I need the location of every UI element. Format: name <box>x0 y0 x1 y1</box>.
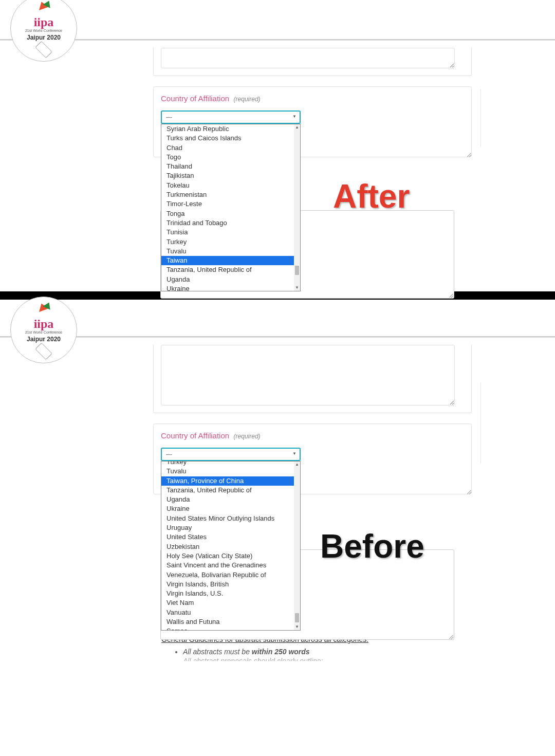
dropdown-scrollbar[interactable]: ▲ ▼ <box>294 462 300 630</box>
header-bar <box>0 0 555 40</box>
textarea-top-before[interactable] <box>161 345 455 405</box>
dropdown-option[interactable]: Tokelau <box>161 181 300 190</box>
dropdown-options-after: Syrian Arab RepublicTurks and Caicos Isl… <box>161 124 300 291</box>
panel-before: iipa 21st World Conference Jaipur 2020 B… <box>0 300 555 662</box>
textarea-top[interactable] <box>161 48 455 68</box>
content-after: Country of Affiliation (required) --- Sy… <box>153 48 472 157</box>
scroll-thumb[interactable] <box>295 266 299 275</box>
country-select[interactable]: --- <box>161 448 301 461</box>
country-select-wrap-before: --- TurkeyTuvaluTaiwan, Province of Chin… <box>161 448 301 461</box>
dropdown-option[interactable]: Ukraine <box>161 284 300 291</box>
content-before: Country of Affiliation (required) --- Tu… <box>153 345 472 494</box>
dropdown-option[interactable]: Tunisia <box>161 228 300 237</box>
dropdown-option[interactable]: Wallis and Futuna <box>161 617 300 626</box>
country-required: (required) <box>234 433 261 440</box>
dropdown-option[interactable]: Saint Vincent and the Grenadines <box>161 561 300 570</box>
overlay-after-label: After <box>333 177 410 215</box>
country-label-block: Country of Affiliation (required) <box>154 87 471 103</box>
dropdown-option[interactable]: Vanuatu <box>161 608 300 617</box>
dropdown-option[interactable]: Virgin Islands, U.S. <box>161 589 300 598</box>
logo-sub2: Conference <box>44 330 62 334</box>
logo-sub2: Conference <box>44 29 62 32</box>
country-required: (required) <box>234 96 261 103</box>
header-shadow <box>0 40 555 41</box>
logo-badge: iipa 21st World Conference Jaipur 2020 <box>10 297 77 363</box>
dropdown-option[interactable]: United States Minor Outlying Islands <box>161 514 300 523</box>
guideline-1-bold: within 250 words <box>252 648 310 656</box>
logo-brand: iipa <box>34 319 54 330</box>
country-dropdown-after[interactable]: Syrian Arab RepublicTurks and Caicos Isl… <box>161 124 301 291</box>
logo-sub1: 21st World <box>25 29 42 32</box>
dropdown-option[interactable]: United States <box>161 532 300 542</box>
country-label: Country of Affiliation <box>161 431 229 440</box>
dropdown-option[interactable]: Viet Nam <box>161 598 300 607</box>
logo-city: Jaipur 2020 <box>27 34 61 41</box>
header-bar <box>0 300 555 337</box>
panel-after: iipa 21st World Conference Jaipur 2020 A… <box>0 0 555 291</box>
dropdown-option[interactable]: Taiwan <box>161 256 300 265</box>
scroll-down-icon[interactable]: ▼ <box>294 624 300 630</box>
dropdown-option[interactable]: Virgin Islands, British <box>161 580 300 589</box>
dropdown-option[interactable]: Uzbekistan <box>161 542 300 551</box>
dropdown-option[interactable]: Taiwan, Province of China <box>161 476 300 486</box>
dropdown-option[interactable]: Turks and Caicos Islands <box>161 134 300 143</box>
dropdown-option[interactable]: Timor-Leste <box>161 199 300 209</box>
dropdown-option[interactable]: Turkmenistan <box>161 190 300 199</box>
guideline-2: All abstract proposals should clearly ou… <box>183 657 323 661</box>
dropdown-option[interactable]: Ukraine <box>161 504 300 513</box>
dropdown-option[interactable]: Turkey <box>161 237 300 247</box>
dropdown-option[interactable]: Holy See (Vatican City State) <box>161 551 300 561</box>
dropdown-option[interactable]: Togo <box>161 153 300 162</box>
dropdown-scrollbar[interactable]: ▲ ▼ <box>294 124 300 291</box>
scroll-up-icon[interactable]: ▲ <box>294 462 300 468</box>
kite-icon <box>33 1 54 16</box>
header-shadow <box>0 337 555 338</box>
country-card-after: Country of Affiliation (required) --- Sy… <box>153 86 472 157</box>
dropdown-option[interactable]: Uruguay <box>161 523 300 532</box>
country-card-before: Country of Affiliation (required) --- Tu… <box>153 423 472 494</box>
dropdown-option[interactable]: Tuvalu <box>161 247 300 256</box>
dropdown-option[interactable]: Chad <box>161 143 300 153</box>
dropdown-option[interactable]: Tanzania, United Republic of <box>161 265 300 274</box>
dropdown-option[interactable]: Syrian Arab Republic <box>161 124 300 134</box>
textarea-card-top-before <box>153 345 472 413</box>
diamond-icon <box>35 343 52 360</box>
resize-handle-icon[interactable] <box>448 292 453 298</box>
scroll-up-icon[interactable]: ▲ <box>294 124 300 131</box>
country-select[interactable]: --- <box>161 110 301 124</box>
scroll-down-icon[interactable]: ▼ <box>294 285 300 291</box>
resize-handle-icon[interactable] <box>448 634 453 639</box>
dropdown-option[interactable]: Trinidad and Tobago <box>161 218 300 228</box>
dropdown-option[interactable]: Tanzania, United Republic of <box>161 486 300 495</box>
dropdown-options-before: TurkeyTuvaluTaiwan, Province of ChinaTan… <box>161 461 300 631</box>
guideline-1-prefix: All abstracts must be <box>183 648 252 656</box>
dropdown-option[interactable]: Tuvalu <box>161 467 300 476</box>
dropdown-option[interactable]: Turkey <box>161 461 300 467</box>
logo-brand: iipa <box>34 17 54 28</box>
overlay-before-label: Before <box>320 527 424 565</box>
dropdown-option[interactable]: Tonga <box>161 209 300 218</box>
textarea-card-top <box>153 48 472 76</box>
right-border <box>480 382 481 464</box>
country-label-block: Country of Affiliation (required) <box>154 424 471 440</box>
logo-badge: iipa 21st World Conference Jaipur 2020 <box>10 0 77 62</box>
logo-city: Jaipur 2020 <box>27 336 61 343</box>
guideline-item: All abstract proposals should clearly ou… <box>183 657 368 661</box>
country-dropdown-before[interactable]: TurkeyTuvaluTaiwan, Province of ChinaTan… <box>161 461 301 631</box>
country-select-wrap: --- Syrian Arab RepublicTurks and Caicos… <box>161 110 301 124</box>
dropdown-option[interactable]: Venezuela, Bolivarian Republic of <box>161 570 300 580</box>
dropdown-option[interactable]: Thailand <box>161 162 300 171</box>
guideline-item: All abstracts must be within 250 words <box>183 648 368 656</box>
dropdown-option[interactable]: Samoa <box>161 626 300 631</box>
country-label: Country of Affiliation <box>161 94 229 103</box>
dropdown-option[interactable]: Uganda <box>161 275 300 284</box>
dropdown-option[interactable]: Uganda <box>161 495 300 504</box>
dropdown-option[interactable]: Tajikistan <box>161 171 300 180</box>
right-border <box>480 89 481 147</box>
logo-sub1: 21st World <box>25 330 42 334</box>
diamond-icon <box>35 41 52 59</box>
kite-icon <box>33 302 54 318</box>
scroll-thumb[interactable] <box>295 613 299 622</box>
